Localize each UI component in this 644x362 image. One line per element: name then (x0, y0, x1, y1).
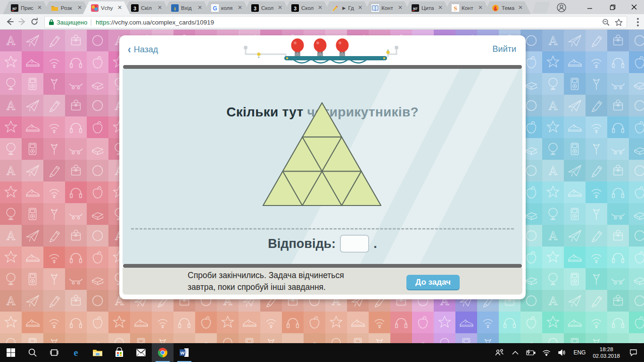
address-bar[interactable]: Защищено | https://vchy.com.ua/complex_c… (44, 16, 627, 28)
mail-taskbar-icon[interactable] (130, 343, 152, 362)
tab-close-icon[interactable]: ✕ (36, 4, 43, 11)
people-icon[interactable] (494, 343, 506, 362)
answer-input[interactable] (340, 235, 369, 253)
restore-icon[interactable] (602, 0, 623, 14)
task-view-taskbar-icon[interactable] (43, 343, 65, 362)
browser-tab[interactable]: Тема✕ (484, 1, 531, 14)
pattern-tile (586, 247, 607, 268)
file-explorer-taskbar-icon[interactable] (87, 343, 108, 362)
vchy-colorful-favicon (91, 4, 99, 12)
pattern-tile (607, 181, 629, 203)
pattern-tile (173, 333, 195, 343)
pattern-tile (0, 30, 22, 51)
pattern-tile (564, 181, 586, 203)
wifi-icon[interactable] (540, 343, 553, 362)
tab-close-icon[interactable]: ✕ (357, 4, 363, 11)
pattern-tile (130, 312, 152, 333)
edge-taskbar-icon[interactable]: e (65, 343, 87, 362)
pattern-tile (586, 312, 607, 333)
tab-close-icon[interactable]: ✕ (277, 4, 283, 11)
battery-icon[interactable] (525, 343, 537, 362)
clock[interactable]: 18:28 02.03.2018 (591, 346, 622, 359)
tab-close-icon[interactable]: ✕ (237, 4, 243, 11)
pattern-tile (520, 312, 542, 333)
browser-tab[interactable]: SКонт✕ (444, 1, 491, 14)
back-link[interactable]: ‹ Назад (128, 44, 158, 55)
tab-close-icon[interactable]: ✕ (477, 4, 484, 11)
star-icon[interactable] (615, 18, 623, 26)
action-center-icon[interactable] (625, 343, 641, 362)
browser-tab[interactable]: iВхід✕ (163, 1, 210, 14)
tab-close-icon[interactable]: ✕ (317, 4, 323, 11)
back-icon[interactable] (4, 16, 16, 28)
pattern-tile (87, 290, 108, 312)
reload-icon[interactable] (28, 16, 41, 28)
tab-close-icon[interactable]: ✕ (517, 4, 524, 11)
pattern-tile (22, 116, 43, 138)
tab-close-icon[interactable]: ✕ (397, 4, 404, 11)
zoom-out-icon[interactable] (602, 18, 610, 26)
pattern-tile (477, 333, 499, 343)
pattern-tile (87, 247, 108, 268)
pattern-tile (542, 290, 564, 312)
clock-date: 02.03.2018 (593, 353, 620, 359)
tab-close-icon[interactable]: ✕ (197, 4, 203, 11)
pattern-tile (304, 312, 325, 333)
browser-tab[interactable]: 3Скол✕ (243, 1, 290, 14)
store-taskbar-icon[interactable] (108, 343, 130, 362)
start-taskbar-icon[interactable] (0, 343, 22, 362)
close-icon[interactable] (623, 0, 644, 14)
pattern-tile (87, 95, 108, 116)
speaker-icon[interactable] (556, 343, 568, 362)
to-tasks-button[interactable]: До задач (406, 275, 460, 289)
pattern-tile (0, 333, 22, 343)
profile-icon[interactable] (555, 1, 568, 14)
pattern-tile (43, 225, 65, 247)
browser-tab[interactable]: 3Скіл✕ (123, 1, 170, 14)
pattern-tile (629, 160, 644, 181)
pattern-tile (564, 268, 586, 290)
browser-tab[interactable]: Gколя✕ (203, 1, 250, 14)
exit-link[interactable]: Вийти (493, 44, 516, 54)
chevron-up-icon[interactable] (509, 343, 521, 362)
tab-close-icon[interactable]: ✕ (76, 4, 83, 11)
pattern-tile (347, 333, 369, 343)
pattern-tile (0, 95, 22, 116)
menu-dots-icon[interactable] (637, 18, 639, 28)
chevron-left-icon: ‹ (128, 43, 131, 57)
pattern-tile (564, 73, 586, 95)
pattern-tile (629, 203, 644, 225)
word-taskbar-icon[interactable]: W (173, 343, 195, 362)
browser-tab[interactable]: ► Гд✕ (323, 1, 371, 14)
pattern-tile (87, 225, 108, 247)
language-indicator[interactable]: ENG (571, 349, 587, 356)
tab-close-icon[interactable]: ✕ (157, 4, 163, 11)
pattern-tile (260, 333, 282, 343)
pattern-tile (65, 333, 87, 343)
pattern-tile (499, 333, 520, 343)
browser-tab[interactable]: Конт✕ (363, 1, 411, 14)
pattern-tile (607, 95, 629, 116)
browser-tab[interactable]: Vchy✕ (83, 1, 130, 14)
pattern-tile (586, 268, 607, 290)
search-taskbar-icon[interactable] (22, 343, 43, 362)
pattern-tile (65, 51, 87, 73)
browser-tab[interactable]: 3Скол✕ (283, 1, 330, 14)
forward-icon[interactable] (16, 16, 28, 28)
browser-tab[interactable]: N7Прис✕ (3, 1, 50, 14)
new-tab-button[interactable] (532, 2, 550, 13)
pattern-tile (434, 333, 455, 343)
browser-tab[interactable]: Розк✕ (43, 1, 90, 14)
minimize-icon[interactable] (579, 0, 601, 14)
tab-close-icon[interactable]: ✕ (116, 4, 123, 11)
pattern-tile (217, 333, 239, 343)
pattern-tile (455, 333, 477, 343)
svg-text:3: 3 (294, 5, 297, 11)
chrome-taskbar-icon[interactable] (152, 343, 173, 362)
pattern-tile (586, 30, 607, 51)
browser-tab[interactable]: N7Цита✕ (404, 1, 451, 14)
pattern-tile (542, 95, 564, 116)
pattern-tile (0, 312, 22, 333)
pattern-tile (173, 312, 195, 333)
tab-close-icon[interactable]: ✕ (437, 4, 444, 11)
